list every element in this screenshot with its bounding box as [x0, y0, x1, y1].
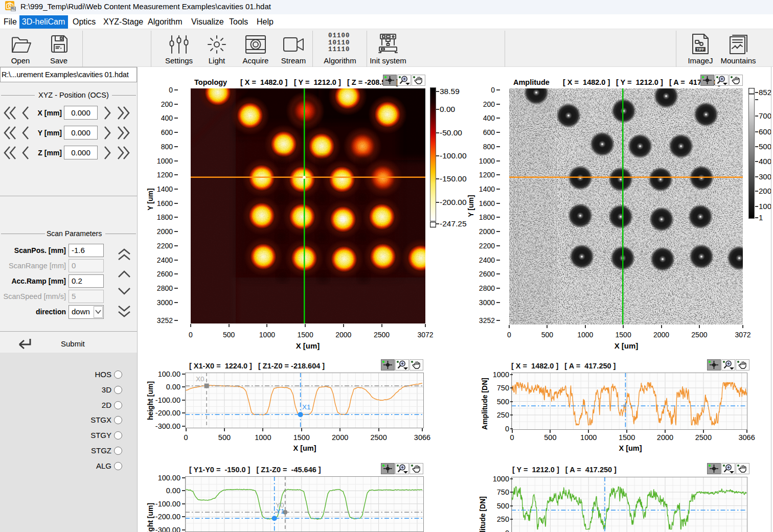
svg-text:TIFF: TIFF	[697, 48, 704, 51]
